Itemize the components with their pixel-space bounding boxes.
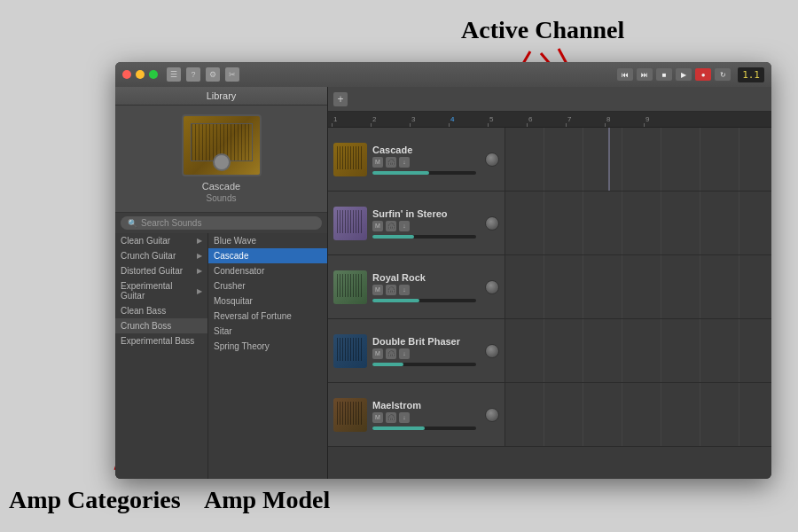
grid-overlay xyxy=(505,255,771,318)
model-crusher[interactable]: Crusher xyxy=(208,278,327,293)
ruler-marks: 1 2 3 4 5 xyxy=(328,112,686,127)
track-region[interactable] xyxy=(505,319,771,382)
download-icon[interactable]: ↓ xyxy=(399,412,410,423)
fast-forward-button[interactable]: ⏭ xyxy=(637,68,653,81)
volume-fill xyxy=(372,299,419,302)
category-clean-guitar[interactable]: Clean Guitar ▶ xyxy=(115,233,207,248)
track-pan-knob[interactable] xyxy=(485,153,499,167)
track-region[interactable] xyxy=(505,255,771,318)
track-region[interactable] xyxy=(505,128,771,191)
track-volume-slider[interactable] xyxy=(372,299,476,302)
scissors-icon[interactable]: ✂ xyxy=(225,67,239,82)
track-name: Double Brit Phaser xyxy=(372,336,476,347)
grid-overlay xyxy=(505,319,771,382)
track-region[interactable] xyxy=(505,192,771,254)
track-name: Maelstrom xyxy=(372,400,476,411)
mute-button[interactable]: M xyxy=(372,221,383,231)
category-crunch-guitar[interactable]: Crunch Guitar ▶ xyxy=(115,248,207,263)
model-sitar[interactable]: Sitar xyxy=(208,324,327,339)
headphones-icon[interactable]: 🎧 xyxy=(386,221,396,231)
track-volume-slider[interactable] xyxy=(372,171,476,175)
download-icon[interactable]: ↓ xyxy=(399,348,410,359)
track-thumbnail xyxy=(333,207,367,240)
cycle-button[interactable]: ↻ xyxy=(715,68,731,81)
app-window: ☰ ? ⚙ ✂ ⏮ ⏭ ■ ▶ ● ↻ 1.1 Library Cascade … xyxy=(115,62,771,479)
model-reversal[interactable]: Reversal of Fortune xyxy=(208,309,327,324)
volume-fill xyxy=(372,363,403,366)
maximize-button[interactable] xyxy=(149,70,158,79)
download-icon[interactable]: ↓ xyxy=(399,221,410,231)
stop-button[interactable]: ■ xyxy=(656,68,672,81)
track-details: Royal Rock M 🎧 ↓ xyxy=(372,272,476,302)
download-icon[interactable]: ↓ xyxy=(399,157,410,168)
add-track-button[interactable]: + xyxy=(333,92,348,106)
track-volume-slider[interactable] xyxy=(372,363,476,366)
category-clean-bass[interactable]: Clean Bass xyxy=(115,303,207,318)
timeline-ruler: 1 2 3 4 5 xyxy=(328,112,771,128)
headphones-icon[interactable]: 🎧 xyxy=(386,412,396,423)
record-button[interactable]: ● xyxy=(695,68,711,81)
track-info-maelstrom: Maelstrom M 🎧 ↓ xyxy=(328,383,505,446)
library-icon[interactable]: ☰ xyxy=(167,67,181,82)
track-controls: M 🎧 ↓ xyxy=(372,285,476,295)
mute-button[interactable]: M xyxy=(372,348,383,359)
playhead xyxy=(608,128,610,191)
track-info-surfin: Surfin' in Stereo M 🎧 ↓ xyxy=(328,192,505,254)
library-header: Library xyxy=(115,87,327,106)
track-volume-slider[interactable] xyxy=(372,426,476,430)
track-region[interactable] xyxy=(505,383,771,446)
track-pan-knob[interactable] xyxy=(485,408,499,422)
active-channel-label: Active Channel xyxy=(461,16,624,44)
settings-icon[interactable]: ⚙ xyxy=(206,67,220,82)
download-icon[interactable]: ↓ xyxy=(399,285,410,295)
sounds-label: Sounds xyxy=(207,193,237,203)
categories-list: Clean Guitar ▶ Crunch Guitar ▶ Distorted… xyxy=(115,233,208,479)
position-display: 1.1 xyxy=(738,67,764,82)
search-bar[interactable]: 🔍 Search Sounds xyxy=(121,216,322,230)
model-condensator[interactable]: Condensator xyxy=(208,263,327,278)
track-controls: M 🎧 ↓ xyxy=(372,157,476,168)
ruler-mark-1: 1 xyxy=(332,115,371,127)
model-mosquitar[interactable]: Mosquitar xyxy=(208,293,327,309)
model-blue-wave[interactable]: Blue Wave xyxy=(208,233,327,248)
toolbar: ☰ ? ⚙ ✂ xyxy=(167,67,239,82)
close-button[interactable] xyxy=(122,70,131,79)
play-button[interactable]: ▶ xyxy=(676,68,692,81)
track-pan-knob[interactable] xyxy=(485,216,499,231)
mute-button[interactable]: M xyxy=(372,285,383,295)
ruler-mark-2: 2 xyxy=(371,115,410,127)
headphones-icon[interactable]: 🎧 xyxy=(386,348,396,359)
ruler-mark-6: 6 xyxy=(527,115,566,127)
models-list: Blue Wave Cascade Condensator Crusher Mo… xyxy=(208,233,327,479)
model-cascade[interactable]: Cascade xyxy=(208,248,327,263)
track-row: Royal Rock M 🎧 ↓ xyxy=(328,255,771,319)
track-name: Royal Rock xyxy=(372,272,476,283)
model-spring-theory[interactable]: Spring Theory xyxy=(208,339,327,354)
track-row: Double Brit Phaser M 🎧 ↓ xyxy=(328,319,771,383)
ruler-mark-7: 7 xyxy=(566,115,605,127)
headphones-icon[interactable]: 🎧 xyxy=(386,285,396,295)
track-row: Surfin' in Stereo M 🎧 ↓ xyxy=(328,192,771,255)
track-details: Cascade M 🎧 ↓ xyxy=(372,145,476,175)
mute-button[interactable]: M xyxy=(372,412,383,423)
info-icon[interactable]: ? xyxy=(186,67,200,82)
category-distorted-guitar[interactable]: Distorted Guitar ▶ xyxy=(115,263,207,278)
minimize-button[interactable] xyxy=(136,70,145,79)
track-info-double-brit: Double Brit Phaser M 🎧 ↓ xyxy=(328,319,505,382)
rewind-button[interactable]: ⏮ xyxy=(617,68,633,81)
category-experimental-bass[interactable]: Experimental Bass xyxy=(115,333,207,348)
track-pan-knob[interactable] xyxy=(485,280,499,294)
chevron-right-icon: ▶ xyxy=(197,287,202,295)
track-pan-knob[interactable] xyxy=(485,344,499,358)
amp-model-label: Amp Model xyxy=(204,486,330,514)
chevron-right-icon: ▶ xyxy=(197,267,202,275)
headphones-icon[interactable]: 🎧 xyxy=(386,157,396,168)
category-experimental-guitar[interactable]: Experimental Guitar ▶ xyxy=(115,278,207,303)
track-thumbnail xyxy=(333,334,367,368)
track-list: Cascade M 🎧 ↓ xyxy=(328,128,771,479)
track-volume-slider[interactable] xyxy=(372,235,476,239)
search-icon: 🔍 xyxy=(128,219,137,228)
track-thumbnail xyxy=(333,398,367,432)
mute-button[interactable]: M xyxy=(372,157,383,168)
category-crunch-bass[interactable]: Crunch Boss xyxy=(115,318,207,333)
